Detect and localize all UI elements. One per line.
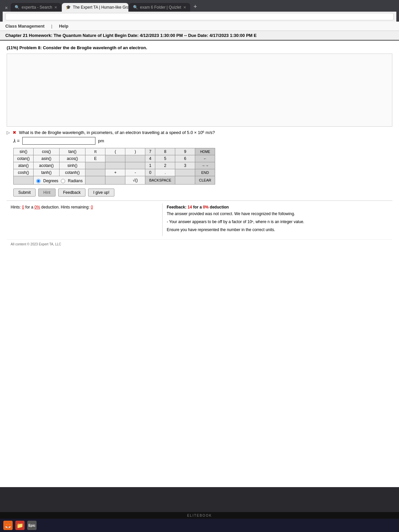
key-tan[interactable]: tan() — [60, 148, 85, 155]
error-icon: ✖ — [13, 130, 16, 135]
key-end[interactable]: END — [195, 169, 215, 176]
nav-help[interactable]: Help — [59, 24, 68, 29]
keypad-row-1: sin() cos() tan() π ( ) 7 8 9 HOME — [14, 148, 215, 155]
key-2[interactable]: 2 — [155, 162, 175, 169]
question-row: ▷ ✖ What is the de Broglie wavelength, i… — [7, 130, 392, 135]
key-empty6 — [85, 169, 105, 176]
key-empty8 — [14, 176, 34, 185]
hints-label: Hints: — [11, 205, 21, 209]
feedback-for-label: for a — [193, 205, 202, 209]
hint-button[interactable]: Hint — [38, 189, 55, 197]
key-sinh[interactable]: sinh() — [60, 162, 85, 169]
key-9[interactable]: 9 — [175, 148, 195, 155]
tab-group-close[interactable]: ✕ — [3, 4, 10, 12]
submit-button[interactable]: Submit — [13, 189, 36, 197]
tab3-icon: 🔍 — [133, 5, 138, 10]
taskbar: 🦊 📁 Epic — [0, 519, 399, 532]
key-back[interactable]: ← — [195, 155, 215, 162]
problem-body — [7, 54, 392, 127]
key-acos[interactable]: acos() — [60, 155, 85, 162]
address-bar-input[interactable]: TakeTutorialAssignment.aspx — [5, 13, 394, 20]
unit-label: pm — [98, 138, 104, 143]
key-home[interactable]: HOME — [195, 148, 215, 155]
copyright: All content © 2023 Expert TA, LLC — [7, 239, 392, 249]
hints-deduction-pct[interactable]: 0% — [34, 205, 40, 209]
key-empty10 — [105, 176, 125, 185]
key-pi[interactable]: π — [85, 148, 105, 155]
key-empty2 — [125, 155, 145, 162]
radians-radio[interactable] — [61, 179, 65, 183]
key-8[interactable]: 8 — [155, 148, 175, 155]
key-lparen[interactable]: ( — [105, 148, 125, 155]
radians-label: Radians — [68, 179, 82, 183]
tab-expert-ta[interactable]: 🎓 The Expert TA | Human-like Grad ✕ — [62, 3, 128, 12]
key-empty11 — [175, 176, 195, 185]
new-tab-button[interactable]: + — [191, 2, 200, 12]
feedback-title: Feedback: 14 for a 0% deduction — [167, 205, 388, 209]
nav-class-management[interactable]: Class Management — [5, 24, 45, 29]
hints-section: Hints: 0 for a 0% deduction. Hints remai… — [7, 203, 162, 236]
hints-count[interactable]: 0 — [22, 205, 24, 209]
key-empty9 — [85, 176, 105, 185]
browser-chrome: ✕ 🔍 expertta - Search ✕ 🎓 The Expert TA … — [0, 0, 399, 22]
lambda-label: λ = — [13, 138, 20, 144]
key-7[interactable]: 7 — [145, 148, 155, 155]
key-minus[interactable]: - — [125, 169, 145, 176]
play-icon[interactable]: ▷ — [7, 130, 10, 135]
degrees-radio[interactable] — [36, 179, 41, 183]
key-3[interactable]: 3 — [175, 162, 195, 169]
tab-expertta[interactable]: 🔍 expertta - Search ✕ — [11, 3, 61, 12]
assignment-header-text: Chapter 21 Homework: The Quantum Nature … — [5, 33, 257, 38]
copyright-text: All content © 2023 Expert TA, LLC — [11, 242, 61, 246]
key-atan[interactable]: atan() — [14, 162, 34, 169]
firefox-icon[interactable]: 🦊 — [3, 521, 13, 530]
key-asin[interactable]: asin() — [34, 155, 60, 162]
epic-icon[interactable]: Epic — [27, 521, 37, 530]
page-content: Class Management | Help Chapter 21 Homew… — [0, 22, 399, 487]
feedback-message2: - Your answer appears to be off by a fac… — [167, 219, 388, 225]
key-0[interactable]: 0 — [145, 169, 155, 176]
key-acotan[interactable]: acotan() — [34, 162, 60, 169]
key-cosh[interactable]: cosh() — [14, 169, 34, 176]
key-5[interactable]: 5 — [155, 155, 175, 162]
keypad-row-5: Degrees Radians √() BACKSPACE CLEAR — [14, 176, 215, 185]
give-up-button[interactable]: I give up! — [88, 189, 114, 197]
key-E[interactable]: E — [85, 155, 105, 162]
key-clear[interactable]: CLEAR — [195, 176, 215, 185]
key-sqrt[interactable]: √() — [125, 176, 145, 185]
hints-remaining[interactable]: 0 — [91, 205, 93, 209]
key-sin[interactable]: sin() — [14, 148, 34, 155]
key-4[interactable]: 4 — [145, 155, 155, 162]
tab1-close[interactable]: ✕ — [54, 5, 57, 10]
key-cos[interactable]: cos() — [34, 148, 60, 155]
tab3-label: exam 6 Folder | Quizlet — [140, 5, 181, 10]
key-rparen[interactable]: ) — [125, 148, 145, 155]
tab3-close[interactable]: ✕ — [183, 5, 186, 10]
key-forward[interactable]: →→ — [195, 162, 215, 169]
key-cotanh[interactable]: cotanh() — [60, 169, 85, 176]
key-dot[interactable]: . — [155, 169, 175, 176]
tab1-label: expertta - Search — [22, 5, 52, 10]
key-cotan[interactable]: cotan() — [14, 155, 34, 162]
key-plus[interactable]: + — [105, 169, 125, 176]
hints-for-label: for a — [25, 205, 33, 209]
key-6[interactable]: 6 — [175, 155, 195, 162]
feedback-button[interactable]: Feedback — [58, 189, 86, 197]
footer-text: ELITEBOOK — [187, 514, 212, 517]
feedback-deduction-text: deduction — [210, 205, 229, 209]
feedback-section: Feedback: 14 for a 0% deduction The answ… — [162, 203, 392, 236]
answer-input[interactable] — [22, 137, 95, 145]
footer-bar: ELITEBOOK — [0, 512, 399, 519]
key-backspace[interactable]: BACKSPACE — [145, 176, 175, 185]
key-tanh[interactable]: tanh() — [34, 169, 60, 176]
keypad-container: sin() cos() tan() π ( ) 7 8 9 HOME cotan… — [13, 148, 392, 185]
folder-icon[interactable]: 📁 — [15, 521, 25, 530]
tab2-label: The Expert TA | Human-like Grad — [73, 5, 128, 10]
tab-quizlet[interactable]: 🔍 exam 6 Folder | Quizlet ✕ — [129, 3, 190, 12]
question-text: What is the de Broglie wavelength, in pi… — [19, 130, 215, 135]
degrees-radians: Degrees Radians — [36, 179, 82, 183]
key-empty4 — [105, 162, 125, 169]
keypad-row-4: cosh() tanh() cotanh() + - 0 . END — [14, 169, 215, 176]
feedback-label: Feedback: — [167, 205, 186, 209]
key-1[interactable]: 1 — [145, 162, 155, 169]
